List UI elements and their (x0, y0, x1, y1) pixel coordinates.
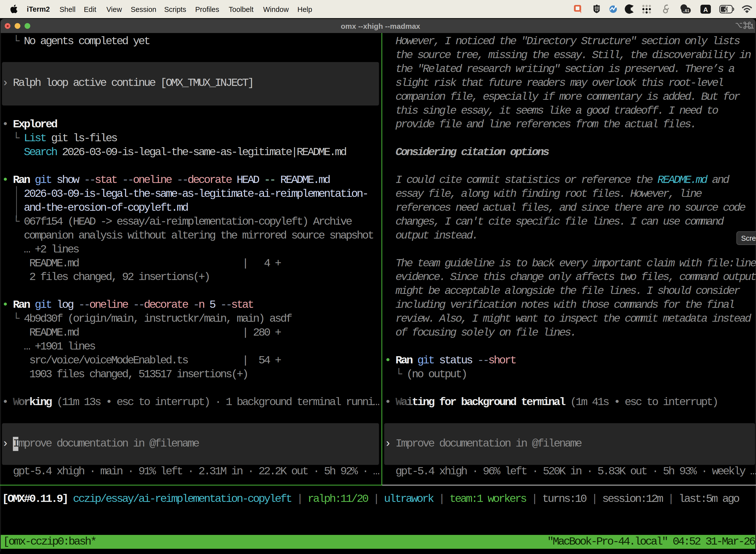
svg-text:..61: ..61 (683, 9, 690, 13)
